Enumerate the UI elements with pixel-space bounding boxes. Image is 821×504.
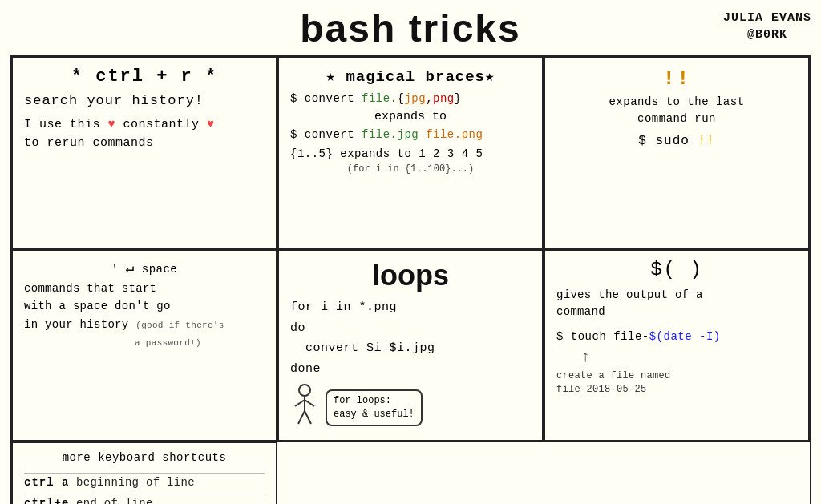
ext-png: png xyxy=(433,92,455,105)
svg-line-4 xyxy=(298,411,305,424)
shortcut-key-ctrla: ctrl a xyxy=(24,476,76,489)
heart-icon-2: ♥ xyxy=(207,118,215,131)
author-name: Julia Evans xyxy=(723,10,811,26)
shortcut-row-ctrle: ctrl+e end of line xyxy=(24,494,265,504)
filename-green: file. xyxy=(362,92,398,105)
cell-space: ' ↵ space commands that start with a spa… xyxy=(11,249,277,442)
arrow-note: create a file namedfile-2018-05-25 xyxy=(556,369,797,397)
svg-point-0 xyxy=(299,385,310,396)
loops-code: for i in *.png do convert $i $i.jpg done xyxy=(290,297,531,379)
dollar-cmd: $(date -I) xyxy=(649,330,721,343)
page-wrapper: bash tricks Julia Evans @b0rk * ctrl + r… xyxy=(0,0,821,504)
dollar-code: $ touch file-$(date -I) xyxy=(556,330,797,343)
braces-title: ★ magical braces★ xyxy=(290,67,531,86)
bang-symbol: !! xyxy=(698,134,715,148)
shortcut-desc-ctrle: end of line xyxy=(76,497,153,504)
bubble-line1: for loops: xyxy=(334,394,415,408)
loops-line1: for i in *.png xyxy=(290,297,531,318)
shortcut-desc-ctrla: beginning of line xyxy=(76,476,195,489)
svg-line-3 xyxy=(305,400,314,406)
space-note: (good if there's a password!) xyxy=(24,321,224,348)
space-title: ' ↵ space xyxy=(24,259,265,276)
page-title: bash tricks xyxy=(300,6,520,50)
author-handle: @b0rk xyxy=(723,26,811,43)
braces-code3: {1..5} expands to 1 2 3 4 5 xyxy=(290,147,531,160)
braces-code1: $ convert file.{jpg,png} xyxy=(290,92,531,105)
arrow-up-icon: ↑ xyxy=(580,348,797,366)
bubble-line2: easy & useful! xyxy=(334,408,415,421)
shortcut-row-ctrla: ctrl a beginning of line xyxy=(24,473,265,489)
shortcut-key-ctrle: ctrl+e xyxy=(24,497,76,504)
loops-title: loops xyxy=(290,259,531,292)
ctrl-r-desc-line2: to rerun commands xyxy=(24,135,265,153)
cell-shortcuts: more keyboard shortcuts ctrl a beginning… xyxy=(11,442,277,504)
expands-to-label: expands to xyxy=(290,110,531,123)
ctrl-r-title: * ctrl + r * xyxy=(24,67,265,87)
bang-title: !! xyxy=(556,67,797,91)
cell-ctrl-r: * ctrl + r * search your history! I use … xyxy=(11,57,277,249)
file-jpg: file.jpg xyxy=(362,128,419,141)
ext-jpg: jpg xyxy=(404,92,426,105)
cell-dollar: $( ) gives the output of acommand $ touc… xyxy=(544,249,810,442)
dollar-title: $( ) xyxy=(556,259,797,280)
bang-code: $ sudo !! xyxy=(556,134,797,148)
bang-desc: expands to the lastcommand run xyxy=(556,94,797,127)
svg-line-2 xyxy=(295,400,305,406)
loops-line4: done xyxy=(290,359,531,380)
ctrl-r-desc-line1: I use this ♥ constantly ♥ xyxy=(24,116,265,135)
header: bash tricks Julia Evans @b0rk xyxy=(10,6,811,50)
dollar-desc: gives the output of acommand xyxy=(556,287,797,321)
braces-code2: $ convert file.jpg file.png xyxy=(290,128,531,141)
cell-loops: loops for i in *.png do convert $i $i.jp… xyxy=(277,249,544,442)
content-grid: * ctrl + r * search your history! I use … xyxy=(10,55,811,504)
author-block: Julia Evans @b0rk xyxy=(723,10,811,43)
heart-icon: ♥ xyxy=(108,118,116,131)
svg-line-5 xyxy=(305,411,311,424)
return-icon: ↵ xyxy=(126,260,135,276)
space-desc: commands that start with a space don't g… xyxy=(24,280,265,352)
loops-line2: do xyxy=(290,318,531,339)
ctrl-r-subtitle: search your history! xyxy=(24,93,265,108)
cell-bang: !! expands to the lastcommand run $ sudo… xyxy=(544,57,810,249)
stick-figure xyxy=(290,384,319,432)
stick-figure-svg xyxy=(290,384,319,427)
shortcuts-title: more keyboard shortcuts xyxy=(24,451,265,464)
cell-braces: ★ magical braces★ $ convert file.{jpg,pn… xyxy=(277,57,544,249)
loops-bubble-area: for loops: easy & useful! xyxy=(290,384,531,432)
braces-note: (for i in {1..100}...) xyxy=(290,163,531,175)
ctrl-r-desc: I use this ♥ constantly ♥ to rerun comma… xyxy=(24,116,265,152)
loops-line3: convert $i $i.jpg xyxy=(290,338,531,359)
file-png: file.png xyxy=(426,128,483,141)
loops-bubble-text: for loops: easy & useful! xyxy=(326,389,423,426)
